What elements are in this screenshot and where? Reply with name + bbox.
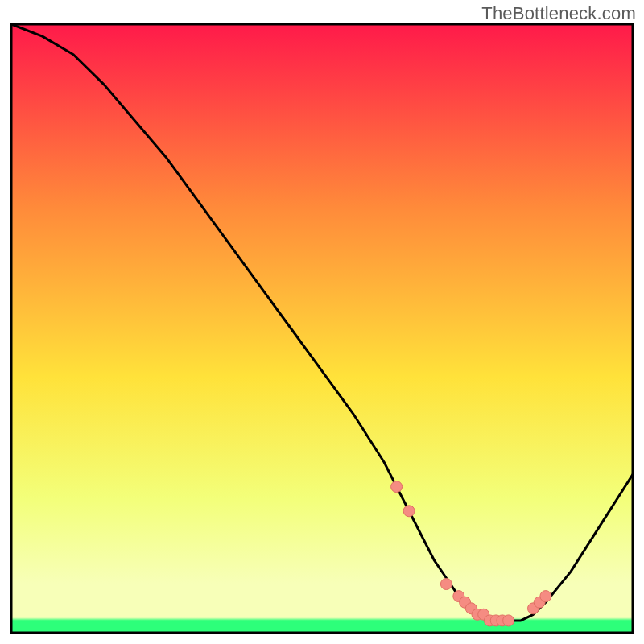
marker-point [503, 615, 514, 626]
bottleneck-chart: TheBottleneck.com [0, 0, 644, 644]
watermark-label: TheBottleneck.com [481, 3, 636, 24]
plot-svg [0, 0, 644, 644]
marker-point [391, 481, 402, 493]
marker-point [440, 579, 452, 590]
marker-point [540, 591, 551, 602]
gradient-background [11, 24, 633, 633]
marker-point [403, 506, 415, 517]
